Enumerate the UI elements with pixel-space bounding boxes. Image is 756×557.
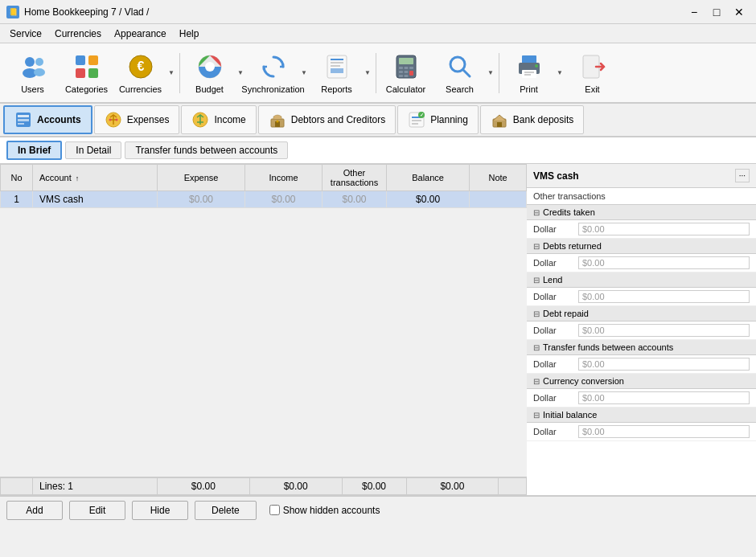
currency-conversion-collapse[interactable]: ⊟	[533, 377, 540, 386]
exit-button[interactable]: Exit	[566, 47, 618, 99]
debts-returned-row: Dollar $0.00	[527, 254, 756, 272]
synchronization-button[interactable]: Synchronization	[247, 47, 299, 99]
svg-rect-22	[399, 71, 403, 73]
debt-repaid-row: Dollar $0.00	[527, 322, 756, 340]
svg-rect-6	[76, 68, 85, 78]
transfer-collapse[interactable]: ⊟	[533, 343, 540, 352]
menu-currencies[interactable]: Currencies	[48, 27, 108, 41]
tab-expenses[interactable]: Expenses	[94, 105, 180, 134]
subtab-indetail[interactable]: In Detail	[65, 141, 121, 159]
calculator-button[interactable]: Calculator	[380, 47, 432, 99]
initial-balance-collapse[interactable]: ⊟	[533, 411, 540, 420]
reports-dropdown-arrow: ▼	[364, 69, 371, 76]
menu-appearance[interactable]: Appearance	[108, 27, 173, 41]
col-other[interactable]: Othertransactions	[323, 165, 387, 191]
cell-account: VMS cash	[33, 191, 158, 208]
menu-service[interactable]: Service	[3, 27, 48, 41]
footer-lines: Lines: 1	[33, 477, 158, 495]
right-panel: VMS cash ··· Other transactions ⊟ Credit…	[527, 164, 756, 495]
svg-point-0	[25, 57, 35, 67]
svg-rect-14	[331, 62, 343, 63]
sub-tabs: In Brief In Detail Transfer funds betwee…	[0, 137, 756, 164]
maximize-button[interactable]: □	[706, 4, 727, 20]
debt-repaid-collapse[interactable]: ⊟	[533, 309, 540, 318]
show-hidden-checkbox[interactable]	[269, 505, 280, 515]
svg-rect-19	[399, 67, 403, 69]
debts-returned-collapse[interactable]: ⊟	[533, 242, 540, 251]
svg-rect-4	[76, 55, 85, 65]
budget-button[interactable]: Budget	[183, 47, 236, 99]
delete-button[interactable]: Delete	[195, 501, 257, 520]
svg-rect-49	[412, 120, 421, 121]
synchronization-dropdown[interactable]: ▼	[299, 47, 309, 99]
initial-balance-value: $0.00	[578, 425, 750, 438]
tab-bankdeposits[interactable]: Bank deposits	[480, 105, 584, 134]
cell-balance: $0.00	[387, 191, 470, 208]
currencies-dropdown[interactable]: ▼	[166, 47, 176, 99]
svg-point-2	[35, 58, 43, 66]
planning-tab-icon: ✓	[408, 111, 425, 129]
print-dropdown-arrow: ▼	[557, 69, 563, 76]
minimize-button[interactable]: −	[684, 4, 705, 20]
print-dropdown[interactable]: ▼	[555, 47, 565, 99]
menu-help[interactable]: Help	[173, 27, 206, 41]
users-button[interactable]: Users	[6, 47, 59, 99]
currency-conversion-row: Dollar $0.00	[527, 389, 756, 408]
tab-planning[interactable]: ✓ Planning	[397, 105, 479, 134]
transfer-currency: Dollar	[533, 359, 573, 369]
svg-point-41	[109, 119, 111, 121]
subtab-transfer[interactable]: Transfer funds between accounts	[125, 141, 288, 159]
users-label: Users	[21, 84, 44, 94]
lend-value: $0.00	[578, 290, 750, 303]
col-expense[interactable]: Expense	[158, 165, 245, 191]
section-debt-repaid-header: ⊟ Debt repaid	[527, 306, 756, 322]
search-button[interactable]: Search	[433, 47, 486, 99]
col-balance[interactable]: Balance	[387, 165, 470, 191]
bankdeposits-tab-icon	[491, 111, 508, 129]
add-button[interactable]: Add	[6, 501, 63, 520]
col-note[interactable]: Note	[470, 165, 527, 191]
cell-expense: $0.00	[158, 191, 245, 208]
search-dropdown[interactable]: ▼	[486, 47, 495, 99]
tab-income[interactable]: Income	[181, 105, 256, 134]
debt-repaid-currency: Dollar	[533, 326, 573, 335]
print-button[interactable]: Print	[503, 47, 555, 99]
col-account[interactable]: Account ↑	[33, 165, 158, 191]
transfer-label: Transfer funds between accounts	[543, 342, 673, 352]
table-container[interactable]: No Account ↑ Expense Income Othertransac…	[0, 164, 527, 477]
tab-accounts-label: Accounts	[37, 114, 81, 125]
synchronization-icon	[259, 52, 288, 81]
lend-collapse[interactable]: ⊟	[533, 276, 540, 285]
cell-note	[470, 191, 527, 208]
hide-button[interactable]: Hide	[132, 501, 188, 520]
currencies-button[interactable]: € Currencies	[114, 47, 166, 99]
footer-note	[499, 477, 527, 495]
calculator-icon	[392, 52, 421, 81]
reports-button[interactable]: Reports	[310, 47, 363, 99]
reports-dropdown[interactable]: ▼	[363, 47, 372, 99]
footer-expense: $0.00	[158, 477, 250, 495]
right-panel-title: VMS cash	[533, 170, 579, 182]
tab-debtors[interactable]: Debtors and Creditors	[258, 105, 396, 134]
cell-no: 1	[1, 191, 33, 208]
window-controls[interactable]: − □ ✕	[684, 4, 750, 20]
svg-text:€: €	[137, 59, 144, 73]
svg-rect-38	[18, 119, 29, 121]
section-initial-balance-header: ⊟ Initial balance	[527, 408, 756, 423]
tab-planning-label: Planning	[430, 114, 468, 125]
categories-button[interactable]: Categories	[60, 47, 113, 99]
tab-expenses-label: Expenses	[127, 114, 170, 125]
credits-taken-collapse[interactable]: ⊟	[533, 208, 540, 217]
edit-button[interactable]: Edit	[69, 501, 125, 520]
tab-accounts[interactable]: Accounts	[3, 105, 92, 134]
close-button[interactable]: ✕	[729, 4, 750, 20]
col-income[interactable]: Income	[245, 165, 323, 191]
cell-income: $0.00	[245, 191, 323, 208]
subtab-inbrief[interactable]: In Brief	[6, 141, 62, 160]
col-no[interactable]: No	[1, 165, 33, 191]
reports-label: Reports	[321, 84, 352, 94]
more-button[interactable]: ···	[735, 169, 750, 182]
currencies-icon: €	[126, 52, 155, 81]
table-row[interactable]: 1 VMS cash $0.00 $0.00 $0.00 $0.00	[1, 191, 527, 208]
exit-label: Exit	[585, 84, 599, 94]
